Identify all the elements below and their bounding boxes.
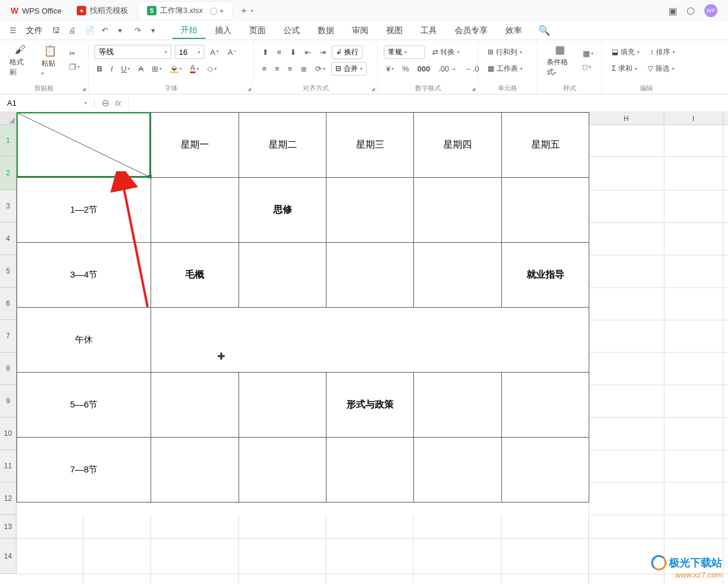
slot[interactable] [239,373,327,438]
col-header-h[interactable]: H [589,112,664,125]
save-icon[interactable]: 🖫 [52,26,63,35]
decrease-font-button[interactable]: A⁻ [226,47,240,58]
slot[interactable] [414,373,502,438]
period-4[interactable]: 7—8节 [17,438,151,503]
name-box[interactable]: A1 ▾ [0,99,94,107]
lunch-row[interactable] [151,308,589,373]
font-name-select[interactable]: 等线▾ [94,45,171,59]
slot[interactable] [151,178,239,243]
tab-template[interactable]: ✦ 找稻壳模板 [68,2,136,19]
layout-icon[interactable]: ▣ [668,5,677,17]
sum-button[interactable]: Σ求和▾ [608,63,641,75]
slot[interactable]: 就业指导 [502,243,589,308]
row-header-5[interactable]: 5 [0,255,17,288]
day-tue[interactable]: 星期二 [239,113,327,178]
user-avatar[interactable]: WP [704,4,717,17]
undo-dropdown[interactable]: ▾ [118,26,129,35]
schedule-corner-cell[interactable] [17,113,151,178]
copy-button[interactable]: ❐▾ [67,61,82,73]
menu-formula[interactable]: 公式 [275,23,308,38]
select-all-corner[interactable] [0,112,17,125]
row-header-10[interactable]: 10 [0,417,17,450]
row-header-6[interactable]: 6 [0,288,17,320]
new-tab-button[interactable]: ＋ ▾ [233,1,259,21]
row-header-13[interactable]: 13 [0,515,17,539]
merge-button[interactable]: ⊟合并▾ [331,62,367,76]
menu-efficiency[interactable]: 效率 [497,23,530,38]
fx-icon[interactable]: fx [115,99,121,107]
slot[interactable] [502,438,589,503]
increase-decimal-button[interactable]: .00→ [436,63,459,74]
filter-button[interactable]: ▽筛选▾ [644,63,678,75]
underline-button[interactable]: U▾ [119,63,132,74]
menu-tools[interactable]: 工具 [412,23,445,38]
cell-style-button[interactable]: ▦▾ [580,48,596,59]
period-lunch[interactable]: 午休 [17,308,151,373]
day-wed[interactable]: 星期三 [327,113,414,178]
row-header-1[interactable]: 1 [0,125,17,156]
paste-button[interactable]: 📋 粘贴 ▾ [38,43,63,78]
period-1[interactable]: 1—2节 [17,178,151,243]
cube-icon[interactable]: ⬡ [687,5,695,17]
clear-format-button[interactable]: ◇▾ [205,63,219,74]
align-bottom-button[interactable]: ⬇ [288,47,299,58]
slot[interactable]: 毛概 [151,243,239,308]
align-middle-button[interactable]: ≡ [275,47,284,58]
sheet-button[interactable]: ▦工作表▾ [484,63,526,75]
file-menu[interactable]: 文件 [26,25,43,36]
slot[interactable] [151,438,239,503]
number-format-select[interactable]: 常规▾ [384,45,425,59]
row-header-14[interactable]: 14 [0,539,17,574]
menu-start[interactable]: 开始 [172,22,205,39]
menu-page[interactable]: 页面 [241,23,274,38]
slot[interactable] [327,438,414,503]
redo-icon[interactable]: ↷ [135,26,145,35]
font-color-button[interactable]: A▾ [188,63,201,74]
percent-button[interactable]: % [400,63,412,74]
slot[interactable] [239,243,327,308]
menu-icon[interactable]: ☰ [9,26,20,35]
increase-font-button[interactable]: A⁺ [208,47,222,58]
justify-button[interactable]: ≣ [298,63,309,74]
conditional-format-button[interactable]: ▦ 条件格式▾ [543,42,577,79]
row-header-8[interactable]: 8 [0,353,17,385]
menu-view[interactable]: 视图 [378,23,411,38]
strikethrough-button[interactable]: A [136,63,146,74]
day-fri[interactable]: 星期五 [502,113,589,178]
period-2[interactable]: 3—4节 [17,243,151,308]
undo-icon[interactable]: ↶ [102,26,112,35]
redo-dropdown[interactable]: ▾ [151,26,162,35]
print-icon[interactable]: 🖨 [68,26,79,35]
clipboard-expand-icon[interactable]: ◢ [82,86,86,92]
slot[interactable] [414,438,502,503]
menu-vip[interactable]: 会员专享 [446,23,496,38]
menu-review[interactable]: 审阅 [344,23,377,38]
zoom-icon[interactable]: ⊖ [102,97,109,109]
comma-button[interactable]: 000 [415,63,433,74]
tab-workbook[interactable]: S 工作簿3.xlsx ◯ ● [139,2,232,19]
decrease-indent-button[interactable]: ⇤ [302,47,314,58]
slot[interactable]: 思修 [239,178,327,243]
row-header-7[interactable]: 7 [0,320,17,353]
bold-button[interactable]: B [94,63,105,74]
row-header-12[interactable]: 12 [0,482,17,515]
align-right-button[interactable]: ≡ [285,63,295,74]
slot[interactable] [151,373,239,438]
orientation-button[interactable]: ⟳▾ [313,63,328,74]
row-header-9[interactable]: 9 [0,385,17,417]
col-header-i[interactable]: I [664,112,723,125]
font-expand-icon[interactable]: ◢ [247,86,251,92]
number-expand-icon[interactable]: ◢ [472,86,475,92]
row-header-4[interactable]: 4 [0,223,17,255]
menu-data[interactable]: 数据 [309,23,342,38]
row-header-2[interactable]: 2 [0,156,17,190]
format-painter-button[interactable]: 🖌 格式刷 [6,43,34,79]
slot[interactable] [327,178,414,243]
day-mon[interactable]: 星期一 [151,113,239,178]
menu-insert[interactable]: 插入 [207,23,240,38]
preview-icon[interactable]: 📄 [85,26,96,35]
slot[interactable] [327,243,414,308]
day-thu[interactable]: 星期四 [414,113,502,178]
row-header-3[interactable]: 3 [0,190,17,223]
align-left-button[interactable]: ≡ [260,63,269,74]
